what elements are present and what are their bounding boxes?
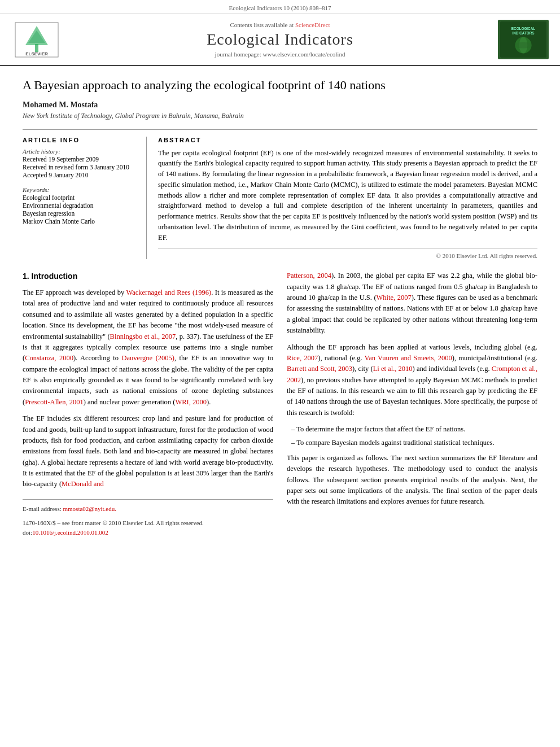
ref-white[interactable]: White, 2007 [377,294,412,302]
sciencedirect-link[interactable]: ScienceDirect [295,21,330,28]
keywords-label: Keywords: [23,186,137,193]
section-1-heading: 1. Introduction [23,270,273,283]
ecolind-logo-svg: ECOLOGICAL INDICATORS [500,20,546,59]
article-content: A Bayesian approach to analyzing the eco… [0,66,560,549]
intro-para-2: The EF includes six different resources:… [23,413,273,490]
footnote-doi: doi:10.1016/j.ecolind.2010.01.002 [23,528,273,538]
ref-binningsbo[interactable]: Binningsbo et al., 2007 [110,333,176,340]
svg-text:ELSEVIER: ELSEVIER [25,51,48,56]
author-affiliation: New York Institute of Technology, Global… [23,112,537,120]
ref-patterson[interactable]: Patterson, 2004 [287,272,331,279]
svg-text:INDICATORS: INDICATORS [513,31,535,35]
elsevier-logo-svg: ELSEVIER [14,21,59,58]
right-para-3: This paper is organized as follows. The … [287,453,537,508]
svg-text:ECOLOGICAL: ECOLOGICAL [511,27,536,30]
journal-logo-right: ECOLOGICAL INDICATORS [498,20,549,59]
author-name: Mohamed M. Mostafa [23,101,537,110]
ref-constanza[interactable]: Constanza, 2000 [25,354,73,362]
dash-item-2: – To compare Bayesian models against tra… [291,438,537,448]
accepted-date: Accepted 9 January 2010 [23,172,137,178]
journal-title: Ecological Indicators [62,30,498,49]
section-1-body: 1. Introduction The EF approach was deve… [23,270,537,538]
article-info-column: ARTICLE INFO Article history: Received 1… [23,137,147,260]
journal-homepage: journal homepage: www.elsevier.com/locat… [62,51,498,58]
keywords-section: Keywords: Ecological footprint Environme… [23,186,137,225]
dash-item-1: – To determine the major factors that af… [291,424,537,435]
received-date-2: Received in revised form 3 January 2010 [23,164,137,171]
journal-center: Contents lists available at ScienceDirec… [62,21,498,58]
ref-dauvergne[interactable]: Dauvergne (2005) [122,354,174,362]
ref-li[interactable]: Li et al., 2010 [373,365,413,373]
doi-link[interactable]: 10.1016/j.ecolind.2010.01.002 [32,529,108,536]
footnote-issn: 1470-160X/$ – see front matter © 2010 El… [23,518,273,528]
body-col-right: Patterson, 2004). In 2003, the global pe… [287,270,537,538]
ref-wri[interactable]: WRI, 2000 [175,398,207,406]
received-date-1: Received 19 September 2009 [23,156,137,163]
footnote-section: E-mail address: mmosta02@nyit.edu. 1470-… [23,499,273,538]
right-para-1: Patterson, 2004). In 2003, the global pe… [287,270,537,336]
article-info-label: ARTICLE INFO [23,137,137,143]
email-address[interactable]: mmosta02@nyit.edu. [63,505,116,512]
svg-rect-2 [35,44,38,52]
ref-barrett[interactable]: Barrett and Scott, 2003 [287,365,352,373]
page-header: Ecological Indicators 10 (2010) 808–817 [0,0,560,14]
keyword-2: Environmental degradation [23,202,137,209]
ref-rice[interactable]: Rice, 2007 [287,354,318,362]
body-col-left: 1. Introduction The EF approach was deve… [23,270,273,538]
abstract-text: The per capita ecological footprint (EF)… [158,148,537,243]
sciencedirect-label: Contents lists available at ScienceDirec… [62,21,498,28]
ref-prescott[interactable]: Prescott-Allen, 2001 [25,398,83,406]
keyword-1: Ecological footprint [23,194,137,201]
elsevier-logo-container: ELSEVIER [11,20,62,59]
svg-point-11 [515,42,531,49]
intro-para-1: The EF approach was developed by Wackern… [23,287,273,408]
email-label: E-mail address: [23,505,62,512]
keyword-3: Bayesian regression [23,210,137,217]
right-para-2: Although the EF approach has been applie… [287,342,537,419]
ref-wackernagel[interactable]: Wackernagel and Rees (1996) [126,289,211,296]
ref-vanvuuren[interactable]: Van Vuuren and Smeets, 2000 [365,354,452,362]
abstract-label: ABSTRACT [158,137,537,143]
journal-banner: ELSEVIER Contents lists available at Sci… [0,14,560,66]
ref-mcdonald[interactable]: McDonald and [62,480,104,488]
journal-reference: Ecological Indicators 10 (2010) 808–817 [229,5,331,11]
history-label: Article history: [23,148,137,155]
article-title: A Bayesian approach to analyzing the eco… [23,77,537,94]
article-meta-section: ARTICLE INFO Article history: Received 1… [23,129,537,260]
abstract-column: ABSTRACT The per capita ecological footp… [158,137,537,260]
keyword-4: Markov Chain Monte Carlo [23,218,137,225]
article-history: Article history: Received 19 September 2… [23,148,137,178]
abstract-copyright: © 2010 Elsevier Ltd. All rights reserved… [158,248,537,259]
purpose-list: – To determine the major factors that af… [291,424,537,448]
footnote-email-line: E-mail address: mmosta02@nyit.edu. [23,504,273,514]
